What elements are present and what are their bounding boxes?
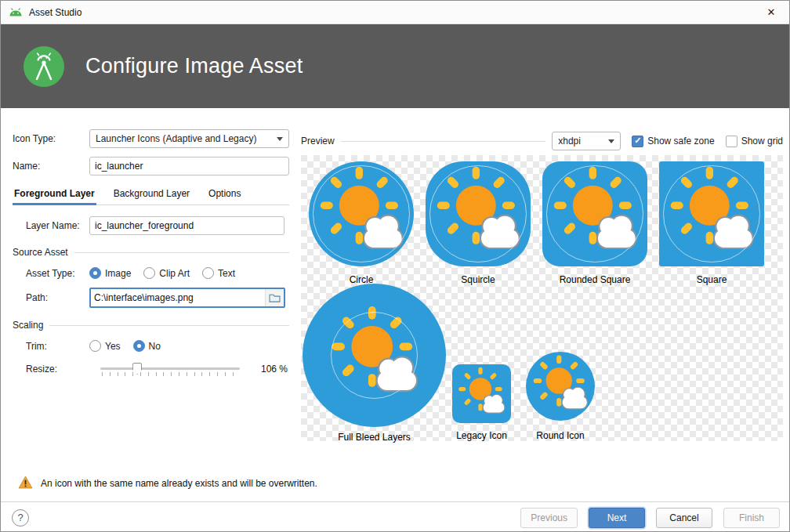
resize-value: 106 % — [261, 364, 289, 375]
preview-label: Round Icon — [536, 430, 584, 441]
resize-slider[interactable] — [100, 360, 240, 378]
density-value: xhdpi — [558, 136, 581, 147]
icon-type-label: Icon Type: — [13, 133, 89, 144]
path-label: Path: — [26, 292, 89, 303]
preview-header: Preview xhdpi Show safe zone Show grid — [301, 132, 783, 150]
preview-label: Rounded Square — [560, 274, 631, 285]
section-divider — [49, 325, 289, 326]
dialog-footer: ? Previous Next Cancel Finish — [1, 501, 789, 532]
preview-item-square: Square — [659, 161, 764, 285]
source-asset-section-header: Source Asset — [13, 247, 289, 258]
name-label: Name: — [13, 161, 89, 172]
window-titlebar: Asset Studio ✕ — [1, 1, 789, 24]
preview-board: Circle Squircle Rounded Square — [301, 155, 783, 441]
sun-cloud-icon — [542, 161, 647, 266]
section-divider — [74, 252, 289, 253]
preview-item-circle: Circle — [309, 161, 414, 285]
show-safe-zone-label: Show safe zone — [647, 136, 714, 147]
dialog-banner: Configure Image Asset — [1, 24, 789, 108]
tab-options[interactable]: Options — [207, 184, 242, 204]
finish-button[interactable]: Finish — [723, 508, 780, 528]
tab-background-layer[interactable]: Background Layer — [112, 184, 191, 204]
dialog-content: Icon Type: Launcher Icons (Adaptive and … — [1, 108, 789, 501]
trim-label: Trim: — [26, 341, 89, 352]
warning-icon — [18, 476, 33, 491]
round-icon-preview — [526, 352, 595, 421]
preview-divider — [341, 141, 546, 142]
preview-panel: Preview xhdpi Show safe zone Show grid — [301, 108, 789, 465]
asset-type-text-radio[interactable]: Text — [202, 267, 235, 279]
icon-type-value: Launcher Icons (Adaptive and Legacy) — [96, 133, 256, 144]
window-title: Asset Studio — [29, 7, 82, 18]
chevron-down-icon — [277, 137, 283, 141]
cancel-button[interactable]: Cancel — [656, 508, 712, 528]
square-mask-preview — [659, 161, 764, 266]
preview-label: Full Bleed Layers — [338, 432, 411, 443]
checkbox-unchecked-icon — [726, 136, 737, 147]
page-title: Configure Image Asset — [85, 54, 303, 78]
checkbox-checked-icon — [632, 136, 643, 147]
next-button[interactable]: Next — [589, 508, 645, 528]
radio-icon — [202, 267, 214, 279]
footer-buttons: Previous Next Cancel Finish — [520, 508, 780, 528]
previous-button[interactable]: Previous — [520, 508, 578, 528]
rounded-square-mask-preview — [542, 161, 647, 266]
preview-label: Legacy Icon — [456, 430, 507, 441]
folder-icon — [269, 293, 281, 302]
trim-yes-radio[interactable]: Yes — [89, 340, 121, 352]
asset-type-clipart-radio[interactable]: Clip Art — [143, 267, 190, 279]
trim-yes-label: Yes — [105, 341, 121, 352]
preview-item-full-bleed: Full Bleed Layers — [303, 284, 446, 443]
show-safe-zone-checkbox[interactable]: Show safe zone — [632, 136, 714, 147]
chevron-down-icon — [608, 139, 614, 143]
sun-cloud-icon — [320, 301, 429, 410]
sun-cloud-icon — [426, 161, 531, 266]
preview-item-round: Round Icon — [526, 352, 595, 441]
tab-foreground-layer[interactable]: Foreground Layer — [13, 184, 96, 204]
slider-ticks — [102, 372, 239, 376]
asset-type-image-radio[interactable]: Image — [89, 267, 131, 279]
circle-mask-preview — [309, 161, 414, 266]
sun-cloud-icon — [452, 364, 511, 423]
android-icon — [9, 8, 23, 16]
help-button[interactable]: ? — [12, 509, 29, 527]
preview-title: Preview — [301, 136, 335, 147]
android-studio-logo — [23, 45, 65, 88]
squircle-mask-preview — [426, 161, 531, 266]
radio-selected-icon — [133, 340, 145, 352]
path-input[interactable] — [91, 289, 265, 306]
density-dropdown[interactable]: xhdpi — [552, 132, 621, 150]
preview-item-rounded-square: Rounded Square — [542, 161, 647, 285]
asset-type-label: Asset Type: — [26, 268, 89, 279]
preview-item-legacy: Legacy Icon — [452, 364, 511, 441]
full-bleed-preview — [303, 284, 446, 427]
sun-cloud-icon — [309, 161, 414, 266]
warning-text: An icon with the same name already exist… — [41, 478, 317, 489]
show-grid-checkbox[interactable]: Show grid — [726, 136, 783, 147]
slider-track[interactable] — [100, 367, 240, 370]
radio-selected-icon — [89, 267, 101, 279]
options-panel: Icon Type: Launcher Icons (Adaptive and … — [1, 108, 301, 465]
layer-name-label: Layer Name: — [26, 220, 89, 231]
browse-folder-button[interactable] — [265, 289, 284, 306]
asset-type-image-label: Image — [105, 268, 131, 279]
layer-tabs: Foreground Layer Background Layer Option… — [13, 184, 289, 205]
source-asset-title: Source Asset — [13, 247, 68, 258]
name-input[interactable] — [89, 157, 289, 176]
trim-no-radio[interactable]: No — [133, 340, 161, 352]
sun-cloud-icon — [526, 352, 595, 421]
trim-no-label: No — [149, 341, 161, 352]
asset-type-clipart-label: Clip Art — [159, 268, 190, 279]
layer-name-input[interactable] — [89, 216, 284, 235]
legacy-icon-preview — [452, 364, 511, 423]
radio-icon — [143, 267, 155, 279]
show-grid-label: Show grid — [741, 136, 783, 147]
preview-item-squircle: Squircle — [426, 161, 531, 285]
preview-label: Squircle — [461, 274, 495, 285]
icon-type-dropdown[interactable]: Launcher Icons (Adaptive and Legacy) — [89, 129, 289, 148]
close-icon[interactable]: ✕ — [753, 1, 789, 24]
preview-label: Square — [697, 274, 727, 285]
scaling-title: Scaling — [13, 320, 43, 331]
validation-warning: An icon with the same name already exist… — [1, 465, 789, 501]
sun-cloud-icon — [659, 161, 764, 266]
